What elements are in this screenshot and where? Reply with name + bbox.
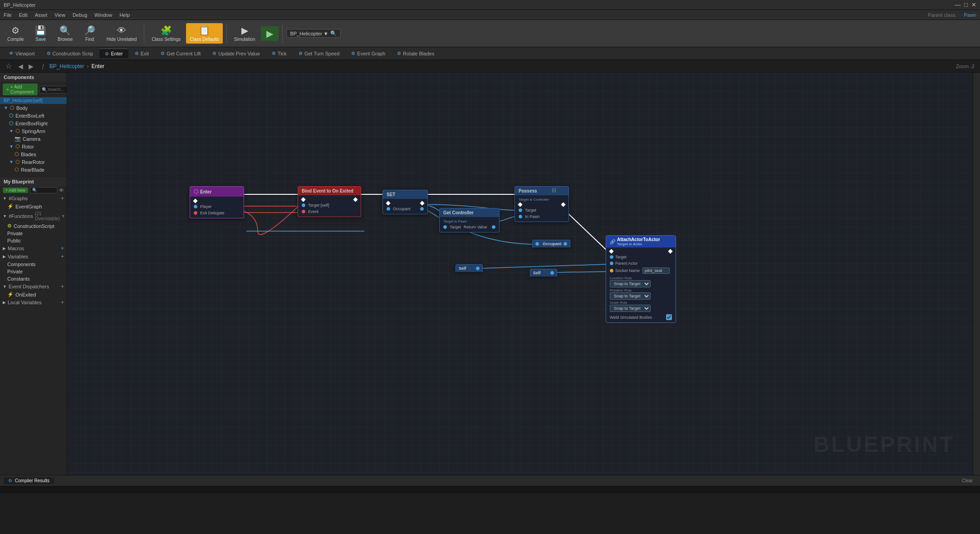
attach-weld-checkbox[interactable] [666, 314, 672, 320]
simulation-icon: ▶ [241, 25, 248, 36]
construction-script-item[interactable]: ⚙ ConstructionScript [0, 222, 67, 230]
self-node-2[interactable]: Self [530, 269, 557, 277]
components-var-item[interactable]: Components [0, 261, 67, 268]
find-button[interactable]: 🔎 Find [78, 23, 101, 44]
public-item[interactable]: Public [0, 237, 67, 244]
enter-node-header: ⬡ Enter [190, 186, 244, 197]
menu-debug[interactable]: Debug [73, 12, 87, 18]
tab-update-prev-value[interactable]: ⚙ Update Prev Value [207, 49, 265, 58]
functions-add-btn[interactable]: + [62, 213, 65, 219]
on-exited-item[interactable]: ⚡ OnExited [0, 291, 67, 298]
tree-item-rotor[interactable]: ▼ ⬡ Rotor [0, 143, 67, 150]
bp-view-toggle-icon[interactable]: 👁 [59, 188, 64, 193]
rear-blade-label: RearBlade [21, 167, 44, 173]
private-item-1[interactable]: Private [0, 230, 67, 237]
attach-scale-rule-select[interactable]: Snap to Target [610, 305, 651, 312]
tree-item-enter-box-right[interactable]: ⬡ EnterBoxRight [0, 119, 67, 127]
clear-btn[interactable]: Clear [958, 477, 976, 484]
menu-window[interactable]: Window [94, 12, 112, 18]
attach-rotation-rule-select[interactable]: Snap to Target [610, 292, 651, 300]
bp-helicopter-self-item[interactable]: BP_Helicopter(self) [0, 97, 67, 104]
tab-tick[interactable]: ⚙ Tick [266, 49, 292, 58]
class-settings-button[interactable]: 🧩 Class Settings [148, 23, 184, 44]
debug-filter-dropdown[interactable]: BP_Helicopter ▼ 🔍 [286, 29, 341, 38]
menu-asset[interactable]: Asset [35, 12, 48, 18]
gcl-tab-icon: ⚙ [161, 51, 165, 56]
search-debug-icon[interactable]: 🔍 [330, 30, 337, 36]
save-button[interactable]: 💾 Save [29, 23, 52, 44]
tab-viewport[interactable]: 👁 Viewport [4, 49, 40, 58]
event-graph-icon: ⚡ [7, 203, 14, 209]
tree-item-camera[interactable]: 📷 Camera [0, 135, 67, 143]
attach-target-label: Target [615, 255, 627, 259]
attach-socket-row: Socket Name [606, 267, 676, 275]
menu-edit[interactable]: Edit [19, 12, 28, 18]
variables-add-btn[interactable]: + [61, 253, 64, 260]
play-button[interactable]: ▶ [261, 26, 279, 41]
set-occupant-pin: Occupant [383, 206, 427, 212]
lv-add-btn[interactable]: + [61, 299, 64, 306]
tab-construction-script[interactable]: ⚙ Construction Scrip [41, 49, 99, 58]
tree-item-rear-blade[interactable]: ⬡ RearBlade [0, 166, 67, 173]
breadcrumb-current: Enter [91, 63, 104, 69]
occupant-get-node[interactable]: Occupant [532, 240, 570, 247]
possess-node[interactable]: Possess Target is Controller Target In P… [514, 186, 569, 222]
menu-file[interactable]: File [4, 12, 12, 18]
tree-item-spring-arm[interactable]: ▼ ⬡ SpringArm [0, 127, 67, 135]
section-local-variables[interactable]: ▶ Local Variables + [0, 298, 67, 307]
bp-search-input[interactable] [38, 188, 52, 193]
breadcrumb-blueprint[interactable]: BP_Helicopter [49, 63, 84, 69]
attach-location-rule-select[interactable]: Snap to Target [610, 280, 651, 287]
section-functions[interactable]: ▼ #Functions (21 Overridable) + [0, 210, 67, 222]
compile-button[interactable]: ⚙ Compile [4, 23, 28, 44]
tab-get-current-lift[interactable]: ⚙ Get Current Lift [155, 49, 206, 58]
macros-label: Macros [8, 246, 24, 251]
rotor-label: Rotor [22, 144, 34, 149]
tree-item-rear-rotor[interactable]: ▼ ⬡ RearRotor [0, 158, 67, 166]
attach-actor-node[interactable]: 🔗 AttachActorToActor Target is Actor Tar… [606, 235, 676, 323]
tab-get-turn-speed[interactable]: ⚙ Get Turn Speed [293, 49, 345, 58]
section-variables[interactable]: ▶ Variables + [0, 252, 67, 261]
compiler-results-tab[interactable]: ⚙ Compiler Results [4, 477, 54, 484]
event-graph-item[interactable]: ⚡ EventGraph [0, 203, 67, 210]
self-node-1[interactable]: Self [456, 264, 483, 272]
ed-add-btn[interactable]: + [61, 283, 64, 290]
add-new-button[interactable]: + Add New [3, 188, 28, 193]
tab-exit[interactable]: ⚙ Exit [129, 49, 154, 58]
tab-event-graph[interactable]: ⚙ Event Graph [346, 49, 391, 58]
simulation-button[interactable]: ▶ Simulation [230, 23, 259, 44]
attach-socket-input[interactable] [642, 267, 670, 274]
browse-button[interactable]: 🔍 Browse [54, 23, 77, 44]
minimize-btn[interactable]: — [955, 1, 960, 8]
window-controls[interactable]: — □ ✕ [955, 1, 976, 8]
bookmark-icon[interactable]: ☆ [5, 62, 12, 70]
set-node[interactable]: SET Occupant [382, 190, 428, 214]
enter-node[interactable]: ⬡ Enter Player Exit Delegate [190, 186, 244, 218]
tree-item-body[interactable]: ▼ ⬡ Body [0, 104, 67, 112]
close-btn[interactable]: ✕ [971, 1, 976, 8]
tree-item-enter-box-left[interactable]: ⬡ EnterBoxLeft [0, 112, 67, 119]
section-event-dispatchers[interactable]: ▼ Event Dispatchers + [0, 282, 67, 291]
nav-back-button[interactable]: ◀ [16, 62, 25, 71]
macros-add-btn[interactable]: + [61, 245, 64, 252]
class-defaults-button[interactable]: 📋 Class Defaults [186, 23, 222, 44]
maximize-btn[interactable]: □ [964, 1, 968, 8]
tab-rotate-blades[interactable]: ⚙ Rotate Blades [392, 49, 440, 58]
blueprint-canvas[interactable]: ⬡ Enter Player Exit Delegate Bind [67, 73, 973, 475]
tab-enter[interactable]: ⚙ Enter [99, 49, 128, 58]
get-controller-node[interactable]: Get Controller Target is Pawn Target Ret… [439, 208, 500, 232]
menu-view[interactable]: View [54, 12, 65, 18]
hide-unrelated-button[interactable]: 👁 Hide Unrelated [103, 24, 141, 44]
menu-help[interactable]: Help [119, 12, 130, 18]
possess-collapse-btn[interactable]: ⊟ [552, 187, 556, 193]
add-component-button[interactable]: + + Add Component [3, 84, 38, 95]
tree-item-blades[interactable]: ⬡ Blades [0, 150, 67, 158]
graphs-add-btn[interactable]: + [61, 195, 64, 202]
section-graphs[interactable]: ▼ #Graphs + [0, 194, 67, 203]
nav-forward-button[interactable]: ▶ [27, 62, 35, 71]
private-item-2[interactable]: Private [0, 268, 67, 275]
bind-event-node[interactable]: Bind Event to On Exited Target [self] Ev… [298, 186, 361, 217]
section-macros[interactable]: ▶ Macros + [0, 244, 67, 252]
search-input[interactable] [48, 87, 66, 92]
constants-item[interactable]: Constants [0, 275, 67, 282]
